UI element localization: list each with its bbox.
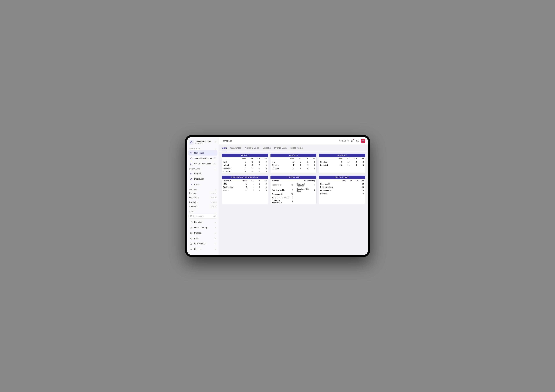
- hotkey-planner[interactable]: Planner CTRL+P: [187, 191, 219, 196]
- previous-date-table: RmsAdChInfRooms sold30Rooms available10O…: [319, 179, 365, 195]
- cell: 30: [359, 182, 365, 186]
- cell: 2: [248, 189, 255, 192]
- sidebar-item-homepage[interactable]: Homepage: [188, 150, 217, 156]
- col-header: Rms: [240, 179, 248, 182]
- cell: [295, 199, 313, 204]
- cell: Occupancy %: [270, 192, 290, 196]
- col-header: Ch: [254, 157, 261, 160]
- tab-main[interactable]: Main: [222, 147, 227, 151]
- chevron-right-icon: ›: [215, 227, 216, 228]
- hotkey-check-in[interactable]: Check In CTRL+I: [187, 200, 219, 204]
- cell: PMS: [222, 182, 240, 186]
- section-menu: MENU: [187, 209, 219, 213]
- cell: 2: [247, 167, 254, 170]
- table-row: Rooms sold30: [319, 182, 365, 186]
- cell: 7: [295, 164, 302, 167]
- app-screen: The Golden Lion GLDEMOA FRONT DESK ⋮ Hom…: [187, 137, 368, 255]
- section-title-label: MENU: [189, 211, 194, 212]
- reservations-table: Created inRmsAdChInfPMS5820Booking.com36…: [222, 179, 268, 192]
- avatar[interactable]: SP: [361, 139, 365, 143]
- arrivals-table: RmsAdChInfTotal5820Arrived3620Remaining2…: [222, 157, 268, 173]
- table-row: Expedia2200: [222, 189, 268, 192]
- list-icon: [190, 215, 192, 217]
- col-header: Ad: [247, 157, 254, 160]
- cell: 2: [255, 182, 262, 186]
- tab-upsells[interactable]: Upsells: [263, 147, 271, 151]
- tab-todo-items[interactable]: To Do Items: [290, 147, 303, 151]
- cell: 1: [313, 187, 316, 192]
- cell: 4: [313, 182, 316, 188]
- cell: 2: [290, 196, 295, 199]
- menu-item-crs[interactable]: CRS Module ›: [188, 241, 217, 246]
- svg-point-3: [190, 157, 192, 159]
- cell: 4: [351, 160, 358, 164]
- tab-guarantee[interactable]: Guarantee: [230, 147, 241, 151]
- chat-icon[interactable]: [356, 139, 359, 142]
- sidebar-item-search-reservation[interactable]: Search Reservation S: [188, 156, 217, 161]
- sidebar-item-distribution[interactable]: Distribution: [188, 176, 217, 181]
- col-header: Ad: [347, 179, 353, 182]
- hotel-code: GLDEMOA: [195, 143, 211, 144]
- keyboard-shortcut: S: [213, 157, 216, 159]
- table-row: Rooms available8Departure / Dirty Room1: [270, 187, 317, 192]
- cell: Predicted: [319, 164, 334, 167]
- hotkey-availability[interactable]: Availability CTRL+O: [187, 196, 219, 200]
- table-row: No Show0: [319, 192, 365, 195]
- section-hotkeys: HOTKEYS ⋮: [187, 187, 219, 191]
- cell: 8: [248, 182, 255, 186]
- cell: Total VIP: [222, 170, 238, 173]
- menu-item-reports[interactable]: Reports ›: [188, 247, 217, 252]
- col-header: Inf: [310, 157, 317, 160]
- col-header: Housekeeping: [295, 179, 317, 182]
- menu-item-cb[interactable]: C&B ›: [188, 236, 217, 241]
- keyboard-shortcut: CTRL+I: [212, 201, 216, 203]
- cell: 6: [248, 185, 255, 189]
- col-header: Ch: [302, 157, 310, 160]
- sidebar-item-insights[interactable]: Insights: [188, 171, 217, 176]
- departures-table: RmsAdChInfTotal5810Departed4710Departing…: [270, 157, 317, 170]
- cell: Departed: [270, 164, 286, 167]
- sidebar-item-epos[interactable]: EPoS: [188, 182, 217, 187]
- card-arrivals-1: ARRIVALS RmsAdChInfTotal5820Arrived3620R…: [222, 153, 268, 173]
- section-title-label: HOTKEYS: [189, 189, 197, 190]
- more-icon[interactable]: ⋮: [215, 189, 217, 190]
- bell-icon[interactable]: [351, 139, 354, 142]
- table-row: Booking.com3620: [222, 185, 268, 189]
- app-logo-icon: [189, 140, 194, 145]
- col-header: Inf: [261, 157, 268, 160]
- menu-item-profiles[interactable]: Profiles ›: [188, 230, 217, 235]
- hotkey-check-out[interactable]: Check Out CTRL+B: [187, 204, 219, 209]
- cell: [347, 185, 353, 189]
- menu-search-input[interactable]: Menu Search M: [189, 214, 217, 219]
- cell: 8: [295, 160, 302, 164]
- table-row: Rooms available10: [319, 185, 365, 189]
- col-header: Inf: [359, 179, 365, 182]
- svg-rect-12: [190, 238, 192, 239]
- keyboard-shortcut: CTRL+P: [211, 192, 216, 194]
- cell: Rooms sold: [270, 182, 290, 188]
- page-title: Homepage: [222, 140, 232, 142]
- svg-point-8: [190, 227, 191, 228]
- chevron-down-icon[interactable]: [215, 168, 216, 170]
- sidebar: The Golden Lion GLDEMOA FRONT DESK ⋮ Hom…: [187, 137, 219, 255]
- table-row: PMS5820: [222, 182, 268, 186]
- keyboard-shortcut: CTRL+O: [211, 197, 216, 199]
- hotkey-label: Availability: [189, 197, 198, 199]
- card-title: ARRIVALS: [270, 154, 317, 157]
- cell: 10: [334, 164, 343, 167]
- cell: [353, 182, 359, 186]
- menu-item-guest-journey[interactable]: Guest Journey ›: [188, 225, 217, 230]
- menu-item-favorites[interactable]: Favorites ›: [188, 220, 217, 225]
- sidebar-header[interactable]: The Golden Lion GLDEMOA: [187, 139, 219, 146]
- table-row: Occupancy %70: [319, 189, 365, 192]
- cell: 0: [255, 189, 262, 192]
- sidebar-item-create-reservation[interactable]: Create Reservation R: [188, 161, 217, 166]
- cell: [313, 196, 316, 199]
- col-header: Ad: [343, 157, 351, 160]
- keyboard-shortcut: M: [213, 215, 216, 217]
- more-icon[interactable]: ⋮: [215, 148, 217, 150]
- tab-notes-logs[interactable]: Notes & Logs: [245, 147, 259, 151]
- dashboard-content: ARRIVALS RmsAdChInfTotal5820Arrived3620R…: [219, 151, 368, 206]
- tab-profile-data[interactable]: Profile Data: [274, 147, 287, 151]
- swap-icon[interactable]: [214, 141, 217, 144]
